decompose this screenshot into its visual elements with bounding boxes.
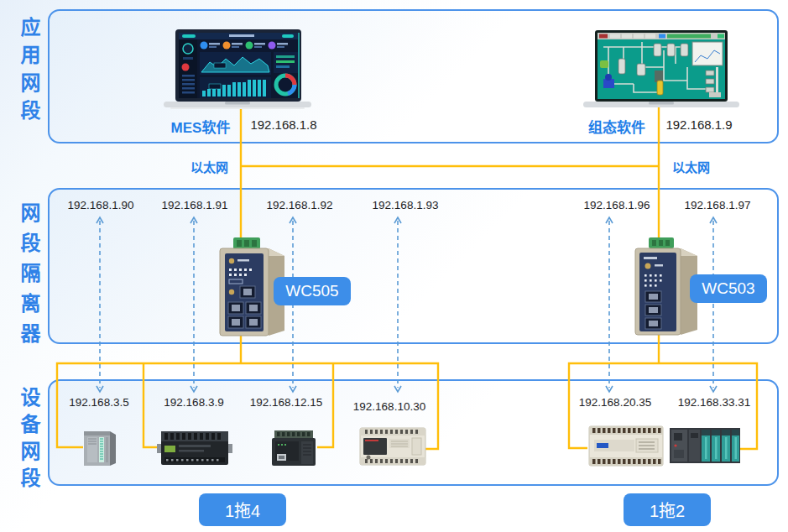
device-ip-1: 192.168.3.5 [69, 396, 128, 409]
device-segment-label: 设备网段 [17, 387, 40, 494]
ethernet-label-left: 以太网 [190, 158, 228, 175]
mes-host-ip: 192.168.1.8 [250, 117, 316, 132]
mes-laptop-image [162, 29, 313, 109]
device-ip-6: 192.168.33.31 [678, 396, 750, 409]
virtual-ip-4: 192.168.1.93 [373, 199, 439, 211]
plc-delta-image [587, 423, 665, 469]
isolator-segment-label: 网段隔离器 [17, 202, 40, 353]
scada-host-ip: 192.168.1.9 [665, 117, 732, 132]
network-topology-diagram: 应用网段 网段隔离器 设备网段 [0, 0, 788, 532]
wc505-model-badge: WC505 [274, 277, 351, 305]
scada-host-label: 组态软件 [588, 116, 645, 137]
one-to-two-badge: 1拖2 [624, 493, 711, 526]
mes-host-label: MES软件 [171, 116, 231, 137]
wc503-model-badge: WC503 [690, 274, 767, 303]
device-ip-5: 192.168.20.35 [579, 396, 651, 409]
scada-laptop-image [583, 30, 739, 109]
virtual-ip-6: 192.168.1.97 [685, 199, 751, 211]
virtual-ip-1: 192.168.1.90 [68, 199, 134, 211]
plc-fx-image [358, 426, 427, 467]
one-to-four-badge: 1拖4 [199, 493, 286, 526]
device-ip-2: 192.168.3.9 [164, 396, 223, 409]
virtual-ip-5: 192.168.1.96 [584, 199, 650, 211]
plc-s7300-image [81, 427, 118, 469]
ethernet-label-right: 以太网 [672, 158, 710, 175]
plc-compact-image [270, 429, 317, 468]
application-segment-label: 应用网段 [17, 17, 40, 128]
virtual-ip-3: 192.168.1.92 [267, 199, 333, 211]
device-ip-3: 192.168.12.15 [250, 396, 322, 409]
plc-rack-image [668, 425, 742, 467]
device-ip-4: 192.168.10.30 [353, 400, 425, 413]
virtual-ip-2: 192.168.1.91 [162, 199, 228, 211]
plc-s7200-image [156, 428, 233, 468]
